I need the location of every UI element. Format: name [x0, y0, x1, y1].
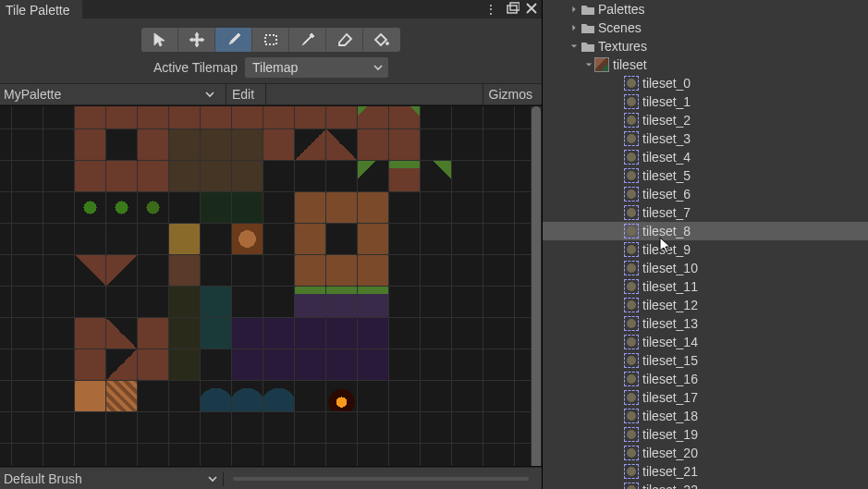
hierarchy-sprite[interactable]: tileset_22: [543, 481, 868, 489]
palette-tile[interactable]: [295, 192, 325, 223]
palette-tile[interactable]: [106, 318, 137, 348]
palette-tile[interactable]: [106, 255, 137, 286]
palette-tile[interactable]: [169, 255, 200, 286]
palette-tile[interactable]: [232, 129, 263, 160]
palette-tile[interactable]: [106, 381, 137, 411]
foldout-icon[interactable]: [568, 24, 580, 31]
close-icon[interactable]: [525, 2, 538, 18]
palette-tile[interactable]: [263, 318, 294, 348]
palette-tile[interactable]: [358, 129, 388, 160]
palette-tile[interactable]: [358, 161, 388, 191]
palette-tile[interactable]: [169, 105, 200, 128]
palette-tile[interactable]: [232, 318, 263, 348]
hierarchy-sprite[interactable]: tileset_19: [543, 425, 868, 444]
palette-tile[interactable]: [232, 192, 263, 223]
palette-tile[interactable]: [169, 224, 200, 254]
palette-canvas[interactable]: [0, 105, 542, 467]
add-tab-icon[interactable]: [507, 2, 520, 18]
palette-tile[interactable]: [75, 381, 105, 411]
hierarchy-sprite[interactable]: tileset_8: [543, 222, 868, 240]
palette-tile[interactable]: [295, 318, 325, 348]
hierarchy-sprite[interactable]: tileset_9: [543, 240, 868, 259]
gizmos-toggle[interactable]: Gizmos: [489, 85, 538, 104]
palette-tile[interactable]: [389, 129, 420, 160]
palette-tile[interactable]: [201, 318, 231, 348]
palette-tile[interactable]: [263, 105, 294, 128]
palette-tile[interactable]: [326, 192, 357, 223]
palette-tile[interactable]: [389, 105, 420, 128]
palette-tile[interactable]: [138, 349, 168, 380]
palette-tile[interactable]: [326, 255, 357, 286]
panel-tab[interactable]: Tile Palette: [0, 0, 82, 18]
scrollbar-thumb[interactable]: [532, 106, 541, 467]
palette-tile[interactable]: [75, 105, 105, 128]
palette-tile[interactable]: [106, 161, 137, 191]
hierarchy-sprite[interactable]: tileset_1: [543, 92, 868, 111]
palette-tile[interactable]: [138, 105, 168, 128]
palette-tile[interactable]: [358, 318, 388, 348]
palette-tile[interactable]: [358, 287, 388, 317]
hierarchy-sprite[interactable]: tileset_2: [543, 111, 868, 129]
fill-tool[interactable]: [363, 28, 400, 52]
hierarchy-sprite[interactable]: tileset_5: [543, 166, 868, 185]
palette-tile[interactable]: [106, 224, 137, 254]
palette-tile[interactable]: [169, 287, 200, 317]
palette-tile[interactable]: [326, 381, 357, 411]
palette-tile[interactable]: [169, 318, 200, 348]
foldout-icon[interactable]: [568, 43, 580, 50]
palette-tile[interactable]: [75, 224, 105, 254]
vertical-scrollbar[interactable]: [531, 106, 542, 466]
palette-tile[interactable]: [232, 349, 263, 380]
palette-tile[interactable]: [295, 287, 325, 317]
brush-tool[interactable]: [215, 28, 252, 52]
hierarchy-sprite[interactable]: tileset_6: [543, 185, 868, 203]
hierarchy-sprite[interactable]: tileset_21: [543, 462, 868, 481]
active-tilemap-dropdown[interactable]: Tilemap: [245, 57, 388, 78]
kebab-menu-icon[interactable]: ⋮: [484, 2, 501, 17]
palette-tile[interactable]: [389, 161, 420, 191]
palette-tile[interactable]: [169, 349, 200, 380]
palette-tile[interactable]: [169, 129, 200, 160]
brush-dropdown[interactable]: Default Brush: [4, 471, 224, 486]
palette-tile[interactable]: [106, 105, 137, 128]
hierarchy-sprite[interactable]: tileset_15: [543, 351, 868, 370]
foldout-icon[interactable]: [583, 61, 594, 68]
hierarchy-sprite[interactable]: tileset_12: [543, 296, 868, 314]
move-tool[interactable]: [178, 28, 215, 52]
palette-tile[interactable]: [138, 129, 168, 160]
palette-tile[interactable]: [106, 192, 137, 223]
palette-tile[interactable]: [138, 161, 168, 191]
palette-tile[interactable]: [295, 224, 325, 254]
palette-tile[interactable]: [201, 192, 231, 223]
palette-tile[interactable]: [263, 129, 294, 160]
palette-tile[interactable]: [358, 224, 388, 254]
palette-tile[interactable]: [201, 129, 231, 160]
palette-tile[interactable]: [326, 287, 357, 317]
palette-tile[interactable]: [263, 349, 294, 380]
rect-tool[interactable]: [252, 28, 289, 52]
hierarchy-folder[interactable]: Textures: [543, 37, 868, 55]
eraser-tool[interactable]: [326, 28, 363, 52]
hierarchy-sprite[interactable]: tileset_10: [543, 259, 868, 277]
palette-tile[interactable]: [138, 318, 168, 348]
palette-tile[interactable]: [201, 287, 231, 317]
palette-tile[interactable]: [232, 224, 263, 254]
hierarchy-sprite[interactable]: tileset_13: [543, 314, 868, 333]
palette-tile[interactable]: [75, 129, 105, 160]
palette-tile[interactable]: [295, 255, 325, 286]
select-tool[interactable]: [141, 28, 178, 52]
hierarchy-folder[interactable]: Scenes: [543, 18, 868, 37]
palette-tile[interactable]: [201, 381, 231, 411]
hierarchy-texture[interactable]: tileset: [543, 55, 868, 74]
hierarchy-sprite[interactable]: tileset_0: [543, 74, 868, 92]
palette-tile[interactable]: [201, 105, 231, 128]
palette-tile[interactable]: [358, 192, 388, 223]
palette-tile[interactable]: [295, 129, 325, 160]
palette-tile[interactable]: [232, 161, 263, 191]
hierarchy-sprite[interactable]: tileset_17: [543, 388, 868, 407]
palette-tile[interactable]: [75, 318, 105, 348]
picker-tool[interactable]: [289, 28, 326, 52]
palette-tile[interactable]: [232, 381, 263, 411]
palette-tile[interactable]: [295, 105, 325, 128]
palette-tile[interactable]: [75, 349, 105, 380]
